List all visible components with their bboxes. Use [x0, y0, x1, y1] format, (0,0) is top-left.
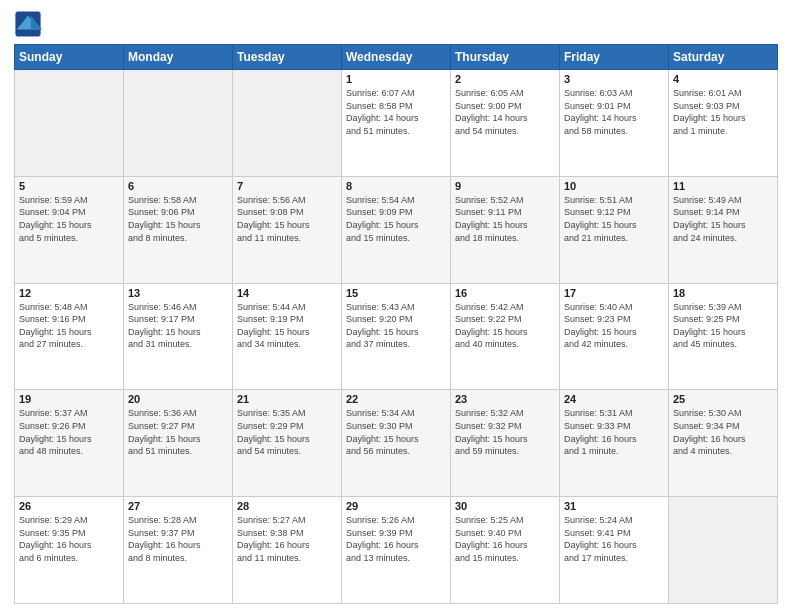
day-cell: 26Sunrise: 5:29 AM Sunset: 9:35 PM Dayli… [15, 497, 124, 604]
day-number: 31 [564, 500, 664, 512]
day-info: Sunrise: 5:54 AM Sunset: 9:09 PM Dayligh… [346, 194, 446, 244]
day-cell: 28Sunrise: 5:27 AM Sunset: 9:38 PM Dayli… [233, 497, 342, 604]
weekday-header-sunday: Sunday [15, 45, 124, 70]
logo [14, 10, 46, 38]
day-number: 23 [455, 393, 555, 405]
day-number: 10 [564, 180, 664, 192]
day-info: Sunrise: 5:51 AM Sunset: 9:12 PM Dayligh… [564, 194, 664, 244]
calendar-body: 1Sunrise: 6:07 AM Sunset: 8:58 PM Daylig… [15, 70, 778, 604]
day-cell: 29Sunrise: 5:26 AM Sunset: 9:39 PM Dayli… [342, 497, 451, 604]
day-cell: 6Sunrise: 5:58 AM Sunset: 9:06 PM Daylig… [124, 176, 233, 283]
day-info: Sunrise: 5:34 AM Sunset: 9:30 PM Dayligh… [346, 407, 446, 457]
day-number: 30 [455, 500, 555, 512]
day-number: 27 [128, 500, 228, 512]
day-cell: 3Sunrise: 6:03 AM Sunset: 9:01 PM Daylig… [560, 70, 669, 177]
day-cell: 19Sunrise: 5:37 AM Sunset: 9:26 PM Dayli… [15, 390, 124, 497]
weekday-header-tuesday: Tuesday [233, 45, 342, 70]
day-cell: 16Sunrise: 5:42 AM Sunset: 9:22 PM Dayli… [451, 283, 560, 390]
day-number: 15 [346, 287, 446, 299]
calendar-header: SundayMondayTuesdayWednesdayThursdayFrid… [15, 45, 778, 70]
day-cell: 13Sunrise: 5:46 AM Sunset: 9:17 PM Dayli… [124, 283, 233, 390]
day-info: Sunrise: 6:07 AM Sunset: 8:58 PM Dayligh… [346, 87, 446, 137]
day-number: 21 [237, 393, 337, 405]
day-cell [233, 70, 342, 177]
day-info: Sunrise: 5:56 AM Sunset: 9:08 PM Dayligh… [237, 194, 337, 244]
day-cell: 17Sunrise: 5:40 AM Sunset: 9:23 PM Dayli… [560, 283, 669, 390]
day-cell: 4Sunrise: 6:01 AM Sunset: 9:03 PM Daylig… [669, 70, 778, 177]
day-cell: 27Sunrise: 5:28 AM Sunset: 9:37 PM Dayli… [124, 497, 233, 604]
day-info: Sunrise: 5:27 AM Sunset: 9:38 PM Dayligh… [237, 514, 337, 564]
day-info: Sunrise: 5:26 AM Sunset: 9:39 PM Dayligh… [346, 514, 446, 564]
day-cell: 11Sunrise: 5:49 AM Sunset: 9:14 PM Dayli… [669, 176, 778, 283]
week-row-1: 1Sunrise: 6:07 AM Sunset: 8:58 PM Daylig… [15, 70, 778, 177]
day-info: Sunrise: 5:42 AM Sunset: 9:22 PM Dayligh… [455, 301, 555, 351]
day-info: Sunrise: 5:25 AM Sunset: 9:40 PM Dayligh… [455, 514, 555, 564]
day-cell [669, 497, 778, 604]
weekday-header-monday: Monday [124, 45, 233, 70]
day-cell: 23Sunrise: 5:32 AM Sunset: 9:32 PM Dayli… [451, 390, 560, 497]
day-cell: 18Sunrise: 5:39 AM Sunset: 9:25 PM Dayli… [669, 283, 778, 390]
week-row-4: 19Sunrise: 5:37 AM Sunset: 9:26 PM Dayli… [15, 390, 778, 497]
day-number: 25 [673, 393, 773, 405]
day-info: Sunrise: 5:58 AM Sunset: 9:06 PM Dayligh… [128, 194, 228, 244]
day-number: 9 [455, 180, 555, 192]
day-info: Sunrise: 5:29 AM Sunset: 9:35 PM Dayligh… [19, 514, 119, 564]
weekday-header-saturday: Saturday [669, 45, 778, 70]
day-cell: 25Sunrise: 5:30 AM Sunset: 9:34 PM Dayli… [669, 390, 778, 497]
day-info: Sunrise: 6:03 AM Sunset: 9:01 PM Dayligh… [564, 87, 664, 137]
day-number: 28 [237, 500, 337, 512]
day-cell: 9Sunrise: 5:52 AM Sunset: 9:11 PM Daylig… [451, 176, 560, 283]
day-info: Sunrise: 6:01 AM Sunset: 9:03 PM Dayligh… [673, 87, 773, 137]
day-info: Sunrise: 5:43 AM Sunset: 9:20 PM Dayligh… [346, 301, 446, 351]
weekday-row: SundayMondayTuesdayWednesdayThursdayFrid… [15, 45, 778, 70]
day-info: Sunrise: 5:59 AM Sunset: 9:04 PM Dayligh… [19, 194, 119, 244]
day-number: 5 [19, 180, 119, 192]
weekday-header-friday: Friday [560, 45, 669, 70]
day-number: 14 [237, 287, 337, 299]
day-cell: 14Sunrise: 5:44 AM Sunset: 9:19 PM Dayli… [233, 283, 342, 390]
day-number: 11 [673, 180, 773, 192]
day-number: 16 [455, 287, 555, 299]
day-cell: 10Sunrise: 5:51 AM Sunset: 9:12 PM Dayli… [560, 176, 669, 283]
day-cell: 8Sunrise: 5:54 AM Sunset: 9:09 PM Daylig… [342, 176, 451, 283]
day-cell: 7Sunrise: 5:56 AM Sunset: 9:08 PM Daylig… [233, 176, 342, 283]
day-info: Sunrise: 6:05 AM Sunset: 9:00 PM Dayligh… [455, 87, 555, 137]
day-cell [124, 70, 233, 177]
day-info: Sunrise: 5:28 AM Sunset: 9:37 PM Dayligh… [128, 514, 228, 564]
day-number: 24 [564, 393, 664, 405]
day-number: 1 [346, 73, 446, 85]
day-number: 3 [564, 73, 664, 85]
day-cell: 21Sunrise: 5:35 AM Sunset: 9:29 PM Dayli… [233, 390, 342, 497]
day-info: Sunrise: 5:31 AM Sunset: 9:33 PM Dayligh… [564, 407, 664, 457]
day-number: 12 [19, 287, 119, 299]
day-cell [15, 70, 124, 177]
day-cell: 30Sunrise: 5:25 AM Sunset: 9:40 PM Dayli… [451, 497, 560, 604]
day-number: 4 [673, 73, 773, 85]
day-info: Sunrise: 5:37 AM Sunset: 9:26 PM Dayligh… [19, 407, 119, 457]
weekday-header-wednesday: Wednesday [342, 45, 451, 70]
week-row-5: 26Sunrise: 5:29 AM Sunset: 9:35 PM Dayli… [15, 497, 778, 604]
day-info: Sunrise: 5:46 AM Sunset: 9:17 PM Dayligh… [128, 301, 228, 351]
day-info: Sunrise: 5:24 AM Sunset: 9:41 PM Dayligh… [564, 514, 664, 564]
day-info: Sunrise: 5:36 AM Sunset: 9:27 PM Dayligh… [128, 407, 228, 457]
day-info: Sunrise: 5:39 AM Sunset: 9:25 PM Dayligh… [673, 301, 773, 351]
day-number: 2 [455, 73, 555, 85]
day-info: Sunrise: 5:49 AM Sunset: 9:14 PM Dayligh… [673, 194, 773, 244]
day-number: 7 [237, 180, 337, 192]
day-info: Sunrise: 5:44 AM Sunset: 9:19 PM Dayligh… [237, 301, 337, 351]
day-number: 19 [19, 393, 119, 405]
day-number: 20 [128, 393, 228, 405]
weekday-header-thursday: Thursday [451, 45, 560, 70]
day-cell: 24Sunrise: 5:31 AM Sunset: 9:33 PM Dayli… [560, 390, 669, 497]
day-cell: 1Sunrise: 6:07 AM Sunset: 8:58 PM Daylig… [342, 70, 451, 177]
day-number: 17 [564, 287, 664, 299]
day-cell: 20Sunrise: 5:36 AM Sunset: 9:27 PM Dayli… [124, 390, 233, 497]
day-cell: 15Sunrise: 5:43 AM Sunset: 9:20 PM Dayli… [342, 283, 451, 390]
day-info: Sunrise: 5:30 AM Sunset: 9:34 PM Dayligh… [673, 407, 773, 457]
day-cell: 22Sunrise: 5:34 AM Sunset: 9:30 PM Dayli… [342, 390, 451, 497]
day-info: Sunrise: 5:32 AM Sunset: 9:32 PM Dayligh… [455, 407, 555, 457]
day-number: 29 [346, 500, 446, 512]
day-info: Sunrise: 5:52 AM Sunset: 9:11 PM Dayligh… [455, 194, 555, 244]
day-cell: 31Sunrise: 5:24 AM Sunset: 9:41 PM Dayli… [560, 497, 669, 604]
day-info: Sunrise: 5:40 AM Sunset: 9:23 PM Dayligh… [564, 301, 664, 351]
